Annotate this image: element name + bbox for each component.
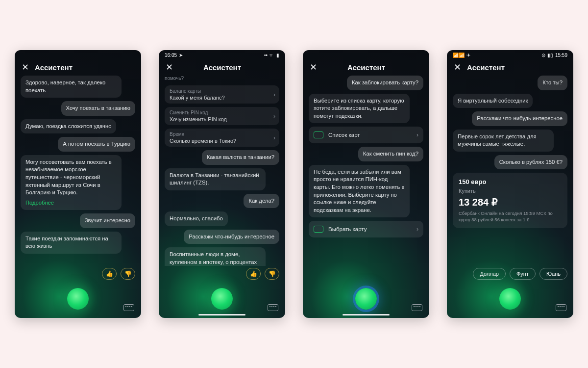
user-message: Хочу поехать в танзанию bbox=[61, 101, 136, 116]
rate-buy-label: Купить bbox=[459, 188, 562, 194]
chat-area: Кто ты? Я виртуальный собеседник Расскаж… bbox=[447, 75, 573, 266]
thumbs-down-button[interactable]: 👎 bbox=[265, 268, 279, 280]
user-message: Расскажи что-нибудь интересное bbox=[472, 111, 567, 126]
user-message: Расскажи что-нибудь интересное bbox=[184, 230, 279, 244]
currency-pill-dollar[interactable]: Доллар bbox=[473, 268, 506, 280]
header: ✕ Ассистент bbox=[15, 59, 141, 75]
header: ✕ Ассистент bbox=[159, 59, 285, 75]
bot-message: Могу посоветовать вам поехать в незабыва… bbox=[21, 155, 122, 210]
user-message: Как сменить пин код? bbox=[358, 147, 423, 161]
rate-to-amount: 13 284 ₽ bbox=[459, 196, 562, 208]
user-message: А потом поехать в Турцию bbox=[58, 137, 135, 152]
feedback-row: 👍 👎 bbox=[159, 266, 285, 280]
send-icon: ✈ bbox=[466, 53, 470, 58]
close-icon[interactable]: ✕ bbox=[22, 63, 29, 72]
battery-icon: ▮ bbox=[276, 53, 279, 58]
user-message: Сколько в рублях 150 €? bbox=[494, 155, 567, 170]
bot-message: Не беда, если вы забыли или вам просто н… bbox=[309, 165, 410, 217]
user-message: Звучит интересно bbox=[80, 213, 135, 228]
currency-pill-pound[interactable]: Фунт bbox=[510, 268, 536, 280]
home-indicator[interactable] bbox=[343, 314, 390, 315]
action-choose-card[interactable]: Выбрать карту › bbox=[309, 221, 423, 237]
suggestion-label: Сменить PIN код bbox=[170, 110, 274, 115]
rate-from-amount: 150 евро bbox=[459, 178, 562, 185]
currency-pills: Доллар Фунт Юань bbox=[447, 266, 573, 280]
status-bar: 📶📶✈ ⊙▮▯15:59 bbox=[447, 50, 573, 59]
bot-message: Первые сорок лет детства для мужчины сам… bbox=[453, 130, 554, 152]
chevron-right-icon: › bbox=[273, 134, 275, 141]
currency-pill-yuan[interactable]: Юань bbox=[539, 268, 567, 280]
voice-orb[interactable] bbox=[67, 288, 89, 310]
page-title: Ассистент bbox=[203, 63, 241, 72]
keyboard-icon[interactable] bbox=[123, 304, 134, 311]
cards-icon bbox=[314, 226, 323, 233]
bot-message: Выберите из списка карту, которую хотите… bbox=[309, 94, 410, 124]
page-title: Ассистент bbox=[347, 63, 385, 72]
suggestion-text: Сколько времени в Токио? bbox=[170, 138, 274, 144]
voice-orb[interactable] bbox=[211, 288, 233, 310]
bot-message: Здорово, наверное, так далеко поехать bbox=[21, 76, 122, 98]
close-icon[interactable]: ✕ bbox=[454, 63, 461, 72]
keyboard-icon[interactable] bbox=[412, 304, 422, 311]
page-title: Ассистент bbox=[35, 63, 73, 72]
status-time: 16:05 bbox=[165, 53, 177, 58]
chevron-right-icon: › bbox=[416, 226, 418, 233]
signal-icon: •• bbox=[264, 53, 268, 58]
suggestion-label: Баланс карты bbox=[170, 88, 274, 94]
bot-message: Валюта в Танзании - танзанийский шиллинг… bbox=[165, 168, 266, 190]
voice-orb-area bbox=[159, 280, 285, 318]
suggestion-text: Какой у меня баланс? bbox=[170, 95, 274, 101]
action-label: Выбрать карту bbox=[328, 226, 367, 232]
voice-orb[interactable] bbox=[499, 288, 521, 310]
chevron-right-icon: › bbox=[273, 113, 275, 120]
user-message: Какая валюта в танзании? bbox=[202, 150, 279, 165]
currency-rate-card[interactable]: 150 евро Купить 13 284 ₽ Сбербанк Онлайн… bbox=[453, 173, 567, 228]
cards-icon bbox=[314, 131, 323, 138]
phone-screen-1: ✕ Ассистент Здорово, наверное, так далек… bbox=[15, 50, 141, 318]
feedback-row: 👍 👎 bbox=[15, 266, 141, 280]
keyboard-icon[interactable] bbox=[268, 304, 278, 311]
bot-message: Я виртуальный собеседник bbox=[453, 94, 533, 108]
faded-prompt: помочь? bbox=[165, 76, 279, 81]
thumbs-up-button[interactable]: 👍 bbox=[102, 268, 117, 280]
close-icon[interactable]: ✕ bbox=[166, 63, 173, 72]
home-indicator[interactable] bbox=[198, 314, 245, 315]
status-bar: 16:05➤ ••ᯤ▮ bbox=[159, 50, 285, 59]
action-label: Список карт bbox=[328, 132, 360, 138]
header: ✕ Ассистент bbox=[447, 59, 573, 75]
header: ✕ Ассистент bbox=[303, 59, 429, 75]
bot-message: Нормально, спасибо bbox=[165, 211, 228, 226]
status-time: 15:59 bbox=[555, 53, 567, 58]
user-message: Как дела? bbox=[244, 194, 279, 209]
bot-message: Такие поездки запоминаются на всю жизнь bbox=[21, 232, 122, 254]
page-title: Ассистент bbox=[467, 63, 505, 72]
phone-screen-2: 16:05➤ ••ᯤ▮ ✕ Ассистент помочь? Баланс к… bbox=[159, 50, 285, 318]
thumbs-down-button[interactable]: 👎 bbox=[121, 268, 135, 280]
voice-orb-area bbox=[15, 280, 141, 318]
action-card-list[interactable]: Список карт › bbox=[309, 127, 423, 143]
suggestion-text: Хочу изменить PIN код bbox=[170, 116, 274, 122]
suggestion-item[interactable]: Время Сколько времени в Токио? › bbox=[165, 129, 279, 147]
suggestion-label: Время bbox=[170, 131, 274, 137]
battery-icon: ▮▯ bbox=[547, 53, 553, 58]
dnd-icon: ⊙ bbox=[541, 53, 545, 58]
phone-screen-3: ✕ Ассистент Как заблокировать карту? Выб… bbox=[303, 50, 429, 318]
close-icon[interactable]: ✕ bbox=[310, 63, 317, 72]
thumbs-up-button[interactable]: 👍 bbox=[246, 268, 261, 280]
chevron-right-icon: › bbox=[273, 91, 275, 98]
status-bar bbox=[303, 50, 429, 59]
suggestion-item[interactable]: Баланс карты Какой у меня баланс? › bbox=[165, 85, 279, 104]
chat-area: Здорово, наверное, так далеко поехать Хо… bbox=[15, 75, 141, 266]
user-message: Кто ты? bbox=[538, 76, 567, 90]
more-link[interactable]: Подробнее bbox=[25, 199, 117, 207]
keyboard-icon[interactable] bbox=[556, 304, 566, 311]
chat-area: Как заблокировать карту? Выберите из спи… bbox=[303, 75, 429, 280]
voice-orb[interactable] bbox=[355, 288, 377, 310]
chat-area: помочь? Баланс карты Какой у меня баланс… bbox=[159, 75, 285, 266]
location-icon: ➤ bbox=[179, 53, 183, 58]
chevron-right-icon: › bbox=[416, 131, 418, 138]
rate-note: Сбербанк Онлайн на сегодня 15:59 МСК по … bbox=[459, 210, 562, 223]
suggestion-item[interactable]: Сменить PIN код Хочу изменить PIN код › bbox=[165, 107, 279, 125]
status-bar bbox=[15, 50, 141, 59]
wifi-icon: ᯤ bbox=[270, 53, 274, 58]
